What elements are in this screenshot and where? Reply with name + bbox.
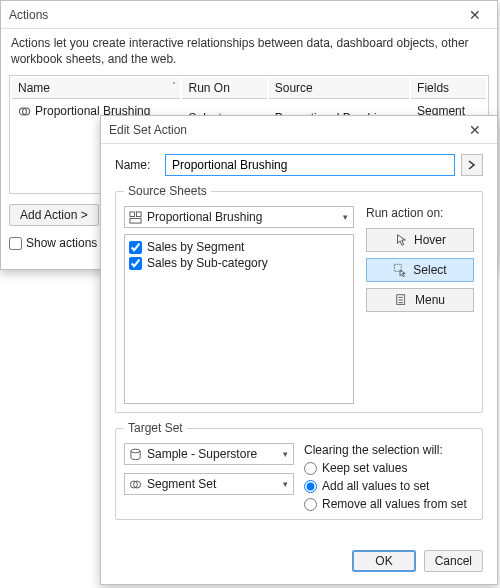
source-dashboard-label: Proportional Brushing (147, 210, 262, 224)
col-name[interactable]: Name˄ (12, 78, 180, 99)
edit-title: Edit Set Action (109, 123, 187, 137)
add-action-button[interactable]: Add Action > (9, 204, 99, 226)
radio-add[interactable] (304, 480, 317, 493)
chevron-down-icon: ▾ (283, 449, 288, 459)
sheet-label: Sales by Segment (147, 240, 244, 254)
source-dashboard-dropdown[interactable]: Proportional Brushing ▾ (124, 206, 354, 228)
datasource-icon (129, 448, 142, 461)
close-icon[interactable]: ✕ (461, 7, 489, 23)
col-run-on[interactable]: Run On (182, 78, 266, 99)
chevron-down-icon: ▾ (343, 212, 348, 222)
clearing-add-option[interactable]: Add all values to set (304, 479, 474, 493)
insert-menu-button[interactable] (461, 154, 483, 176)
svg-rect-2 (130, 211, 135, 216)
edit-set-action-dialog: Edit Set Action ✕ Name: Source Sheets Pr… (100, 115, 498, 585)
name-label: Name: (115, 158, 159, 172)
source-sheets-list[interactable]: Sales by Segment Sales by Sub-category (124, 234, 354, 404)
ok-button[interactable]: OK (352, 550, 415, 572)
target-datasource-label: Sample - Superstore (147, 447, 257, 461)
run-action-label: Run action on: (366, 206, 474, 220)
menu-icon (395, 293, 409, 307)
clearing-label: Clearing the selection will: (304, 443, 474, 457)
run-select-button[interactable]: Select (366, 258, 474, 282)
col-fields[interactable]: Fields (411, 78, 486, 99)
radio-keep[interactable] (304, 462, 317, 475)
chevron-right-icon (468, 160, 476, 170)
radio-remove[interactable] (304, 498, 317, 511)
sheet-checkbox[interactable] (129, 257, 142, 270)
cancel-button[interactable]: Cancel (424, 550, 483, 572)
chevron-down-icon: ▾ (283, 479, 288, 489)
sort-icon: ˄ (172, 81, 176, 90)
source-sheets-group: Source Sheets Proportional Brushing ▾ Sa… (115, 184, 483, 413)
run-menu-button[interactable]: Menu (366, 288, 474, 312)
select-icon (393, 263, 407, 277)
list-item[interactable]: Sales by Segment (129, 239, 349, 255)
svg-rect-3 (136, 211, 141, 216)
source-sheets-legend: Source Sheets (124, 184, 211, 198)
run-hover-button[interactable]: Hover (366, 228, 474, 252)
clearing-keep-option[interactable]: Keep set values (304, 461, 474, 475)
action-name-input[interactable] (165, 154, 455, 176)
target-set-legend: Target Set (124, 421, 187, 435)
actions-description: Actions let you create interactive relat… (1, 29, 497, 75)
list-item[interactable]: Sales by Sub-category (129, 255, 349, 271)
svg-point-10 (131, 449, 140, 453)
svg-rect-4 (130, 218, 141, 223)
set-action-icon (18, 105, 31, 118)
actions-titlebar: Actions ✕ (1, 1, 497, 29)
dashboard-icon (129, 211, 142, 224)
close-icon[interactable]: ✕ (461, 122, 489, 138)
show-actions-checkbox[interactable] (9, 237, 22, 250)
dialog-button-bar: OK Cancel (101, 540, 497, 584)
hover-icon (394, 233, 408, 247)
target-set-label: Segment Set (147, 477, 216, 491)
sheet-checkbox[interactable] (129, 241, 142, 254)
col-source[interactable]: Source (269, 78, 409, 99)
sheet-label: Sales by Sub-category (147, 256, 268, 270)
clearing-remove-option[interactable]: Remove all values from set (304, 497, 474, 511)
actions-title: Actions (9, 8, 48, 22)
set-icon (129, 478, 142, 491)
target-set-dropdown[interactable]: Segment Set ▾ (124, 473, 294, 495)
edit-titlebar: Edit Set Action ✕ (101, 116, 497, 144)
target-datasource-dropdown[interactable]: Sample - Superstore ▾ (124, 443, 294, 465)
target-set-group: Target Set Sample - Superstore ▾ (115, 421, 483, 520)
